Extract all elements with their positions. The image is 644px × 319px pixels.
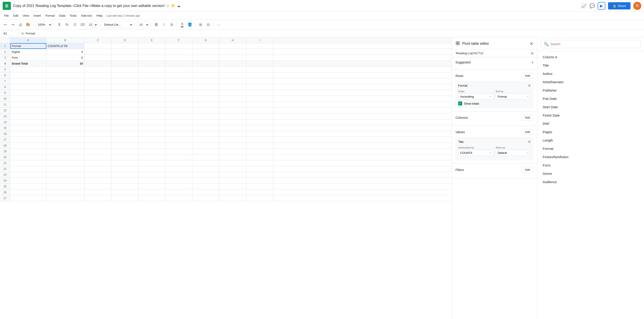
- menu-data[interactable]: Data: [57, 13, 68, 18]
- cell-g24[interactable]: [192, 178, 219, 183]
- cell-e4[interactable]: [138, 61, 166, 66]
- cell-d19[interactable]: [112, 148, 138, 154]
- col-header-f[interactable]: F: [166, 37, 192, 43]
- grid-icon[interactable]: ⊞: [531, 52, 534, 55]
- col-header-e[interactable]: E: [138, 37, 166, 43]
- cell-c4[interactable]: [84, 61, 112, 66]
- cell-a14[interactable]: [10, 119, 46, 125]
- cell-i5[interactable]: [246, 67, 273, 72]
- cell-b20[interactable]: [46, 154, 84, 160]
- cell-d25[interactable]: [112, 184, 138, 189]
- cell-h14[interactable]: [219, 119, 246, 125]
- cell-f21[interactable]: [166, 160, 192, 166]
- cell-f23[interactable]: [166, 172, 192, 177]
- cell-e6[interactable]: [138, 73, 166, 78]
- strikethrough-button[interactable]: S: [168, 21, 175, 28]
- cell-h22[interactable]: [219, 166, 246, 172]
- cell-h27[interactable]: [219, 195, 246, 201]
- cell-i6[interactable]: [246, 73, 273, 78]
- cell-e19[interactable]: [138, 148, 166, 154]
- cell-c22[interactable]: [84, 166, 112, 172]
- cell-a17[interactable]: [10, 137, 46, 142]
- cell-a21[interactable]: [10, 160, 46, 166]
- cell-e17[interactable]: [138, 137, 166, 142]
- cell-e9[interactable]: [138, 90, 166, 96]
- cell-h23[interactable]: [219, 172, 246, 177]
- cell-h7[interactable]: [219, 78, 246, 84]
- formula-input[interactable]: [26, 32, 642, 35]
- cell-i9[interactable]: [246, 90, 273, 96]
- cell-d21[interactable]: [112, 160, 138, 166]
- cell-h3[interactable]: [219, 55, 246, 61]
- cell-i13[interactable]: [246, 113, 273, 119]
- cell-f20[interactable]: [166, 154, 192, 160]
- menu-view[interactable]: View: [20, 13, 31, 18]
- cell-a8[interactable]: [10, 84, 46, 90]
- field-list-item[interactable]: Artist/Narrator: [537, 78, 644, 86]
- chart-icon[interactable]: 📈: [581, 3, 587, 9]
- undo-button[interactable]: ↩: [2, 21, 8, 28]
- cell-c14[interactable]: [84, 119, 112, 125]
- decimal-increase-button[interactable]: .00: [79, 21, 86, 28]
- cell-d7[interactable]: [112, 78, 138, 84]
- cell-f25[interactable]: [166, 184, 192, 189]
- cell-f17[interactable]: [166, 137, 192, 142]
- col-header-d[interactable]: D: [112, 37, 138, 43]
- cell-i19[interactable]: [246, 148, 273, 154]
- cell-b18[interactable]: [46, 143, 84, 148]
- field-list-item[interactable]: Genre: [537, 169, 644, 178]
- cell-g22[interactable]: [192, 166, 219, 172]
- values-add-button[interactable]: Add: [522, 129, 534, 135]
- menu-insert[interactable]: Insert: [31, 13, 43, 18]
- cell-g2[interactable]: [192, 49, 219, 55]
- currency-button[interactable]: $: [56, 21, 63, 28]
- cell-h18[interactable]: [219, 143, 246, 148]
- cell-f13[interactable]: [166, 113, 192, 119]
- cell-c27[interactable]: [84, 195, 112, 201]
- cell-f19[interactable]: [166, 148, 192, 154]
- cell-g6[interactable]: [192, 73, 219, 78]
- cell-d18[interactable]: [112, 143, 138, 148]
- cell-e5[interactable]: [138, 67, 166, 72]
- sort-by-select[interactable]: Format COUNTA of Title: [496, 94, 531, 100]
- cell-c9[interactable]: [84, 90, 112, 96]
- cell-g26[interactable]: [192, 189, 219, 195]
- comment-icon[interactable]: 💬: [590, 3, 595, 9]
- cell-a18[interactable]: [10, 143, 46, 148]
- cell-i4[interactable]: [246, 61, 273, 66]
- italic-button[interactable]: I: [161, 21, 168, 28]
- cell-e26[interactable]: [138, 189, 166, 195]
- cell-b17[interactable]: [46, 137, 84, 142]
- cell-d20[interactable]: [112, 154, 138, 160]
- cell-e24[interactable]: [138, 178, 166, 183]
- cell-f22[interactable]: [166, 166, 192, 172]
- cell-h16[interactable]: [219, 131, 246, 137]
- name-box[interactable]: [2, 31, 20, 36]
- cell-d15[interactable]: [112, 125, 138, 131]
- field-list-item[interactable]: Start Date: [537, 103, 644, 111]
- cell-b7[interactable]: [46, 78, 84, 84]
- field-list-item[interactable]: Form: [537, 161, 644, 169]
- search-input[interactable]: [550, 42, 638, 46]
- menu-help[interactable]: Help: [94, 13, 105, 18]
- cell-h19[interactable]: [219, 148, 246, 154]
- cell-a13[interactable]: [10, 113, 46, 119]
- cell-i20[interactable]: [246, 154, 273, 160]
- cell-d10[interactable]: [112, 96, 138, 102]
- cell-h1[interactable]: [219, 43, 246, 49]
- cell-e22[interactable]: [138, 166, 166, 172]
- cell-f3[interactable]: [166, 55, 192, 61]
- field-list-item[interactable]: Pub Date: [537, 95, 644, 103]
- cell-g17[interactable]: [192, 137, 219, 142]
- cell-i8[interactable]: [246, 84, 273, 90]
- cell-a22[interactable]: [10, 166, 46, 172]
- cell-f5[interactable]: [166, 67, 192, 72]
- cell-i11[interactable]: [246, 102, 273, 107]
- cell-d6[interactable]: [112, 73, 138, 78]
- cell-b21[interactable]: [46, 160, 84, 166]
- cell-g13[interactable]: [192, 113, 219, 119]
- cell-i18[interactable]: [246, 143, 273, 148]
- cell-a5[interactable]: [10, 67, 46, 72]
- cell-h10[interactable]: [219, 96, 246, 102]
- cell-b10[interactable]: [46, 96, 84, 102]
